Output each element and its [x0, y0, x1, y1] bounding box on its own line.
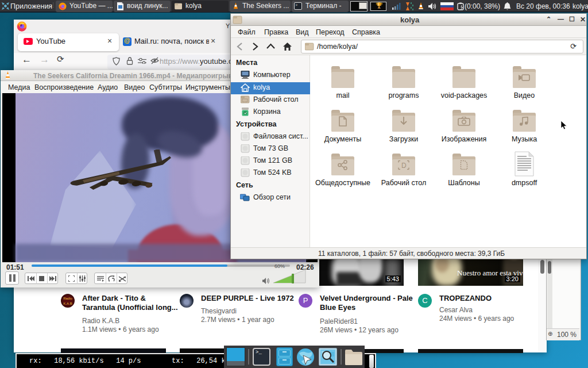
- svg-text:D: D: [401, 162, 407, 170]
